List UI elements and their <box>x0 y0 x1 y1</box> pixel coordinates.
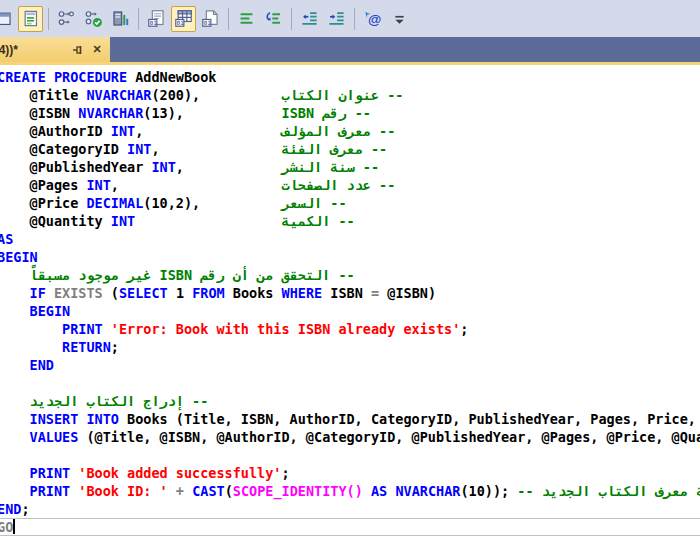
code-line[interactable]: @Pages INT, -- عدد الصفحات <box>0 176 700 194</box>
code-line[interactable]: INSERT INTO Books (Title, ISBN, AuthorID… <box>0 410 700 428</box>
uncomment-lines-button[interactable] <box>261 6 286 32</box>
results-to-text-icon: 01 <box>147 9 166 28</box>
results-to-file-icon: 01 <box>201 9 220 28</box>
code-line[interactable] <box>0 374 700 392</box>
code-line[interactable]: IF EXISTS (SELECT 1 FROM Books WHERE ISB… <box>0 284 700 302</box>
actual-execution-plan-button[interactable] <box>54 6 79 32</box>
svg-text:01: 01 <box>150 20 157 26</box>
document-tab-title: llah (64))* <box>0 43 66 57</box>
sql-editor-toolbar: 010101@ <box>0 0 700 37</box>
svg-text:01: 01 <box>204 20 211 26</box>
code-line[interactable]: @AuthorID INT, -- معرف المؤلف <box>0 122 700 140</box>
client-statistics-button[interactable] <box>108 6 133 32</box>
document-tab[interactable]: llah (64))* ✕ <box>0 37 110 62</box>
template-parameters-icon: @ <box>363 9 382 28</box>
code-line[interactable]: @PublishedYear INT, -- سنة النشر <box>0 158 700 176</box>
text-caret <box>13 519 15 534</box>
intellisense-enabled-button[interactable] <box>18 6 43 32</box>
results-to-file-button[interactable]: 01 <box>198 6 223 32</box>
code-line[interactable] <box>0 446 700 464</box>
toolbar-separator <box>228 8 229 30</box>
code-line[interactable]: VALUES (@Title, @ISBN, @AuthorID, @Categ… <box>0 428 700 446</box>
toolbar-separator <box>291 8 292 30</box>
code-area: CREATE PROCEDURE AddNewBook @Title NVARC… <box>0 68 700 536</box>
overflow-chevron-icon <box>390 9 409 28</box>
svg-text:@: @ <box>368 12 381 27</box>
code-line[interactable]: GO <box>0 518 700 536</box>
comment-lines-button[interactable] <box>234 6 259 32</box>
code-line[interactable]: @Quantity INT -- الكمية <box>0 212 700 230</box>
svg-text:01: 01 <box>177 20 184 26</box>
code-line[interactable]: CREATE PROCEDURE AddNewBook <box>0 68 700 86</box>
window-button[interactable] <box>0 6 16 32</box>
increase-indent-button[interactable] <box>324 6 349 32</box>
code-line[interactable]: @Title NVARCHAR(200), -- عنوان الكتاب <box>0 86 700 104</box>
increase-indent-icon <box>327 9 346 28</box>
code-line[interactable]: PRINT 'Error: Book with this ISBN alread… <box>0 320 700 338</box>
comment-lines-icon <box>237 9 256 28</box>
code-line[interactable]: END; <box>0 500 700 518</box>
toolbar-overflow-button[interactable] <box>387 6 412 32</box>
code-line[interactable]: @CategoryID INT, -- معرف الفئة <box>0 140 700 158</box>
toolbar-separator <box>48 8 49 30</box>
decrease-indent-button[interactable] <box>297 6 322 32</box>
pin-icon[interactable] <box>71 43 85 57</box>
execution-plan-check-icon <box>84 9 103 28</box>
toolbar-separator <box>354 8 355 30</box>
toolbar-separator <box>138 8 139 30</box>
code-line[interactable]: -- التحقق من أن رقم ISBN غير موجود مسبقا… <box>0 266 700 284</box>
code-line[interactable]: -- إدراج الكتاب الجديد <box>0 392 700 410</box>
client-statistics-icon <box>111 9 130 28</box>
code-line[interactable]: BEGIN <box>0 248 700 266</box>
live-query-statistics-button[interactable] <box>81 6 106 32</box>
execution-plan-icon <box>57 9 76 28</box>
results-to-grid-button[interactable]: 01 <box>171 6 196 32</box>
ssms-window: { "toolbar": { "buttons": [ {"name": "wi… <box>0 0 700 550</box>
sql-code-editor[interactable]: CREATE PROCEDURE AddNewBook @Title NVARC… <box>0 65 700 550</box>
code-line[interactable]: BEGIN <box>0 302 700 320</box>
window-icon <box>0 9 13 28</box>
close-icon[interactable]: ✕ <box>90 43 104 57</box>
results-to-grid-icon: 01 <box>174 9 193 28</box>
code-line[interactable]: PRINT 'Book ID: ' + CAST(SCOPE_IDENTITY(… <box>0 482 700 500</box>
uncomment-lines-icon <box>264 9 283 28</box>
code-line[interactable]: END <box>0 356 700 374</box>
template-parameters-button[interactable]: @ <box>360 6 385 32</box>
code-line[interactable]: @ISBN NVARCHAR(13), -- رقم ISBN <box>0 104 700 122</box>
intellisense-icon <box>21 9 40 28</box>
code-line[interactable]: PRINT 'Book added successfully'; <box>0 464 700 482</box>
results-to-text-button[interactable]: 01 <box>144 6 169 32</box>
code-line[interactable]: @Price DECIMAL(10,2), -- السعر <box>0 194 700 212</box>
decrease-indent-icon <box>300 9 319 28</box>
code-line[interactable]: RETURN; <box>0 338 700 356</box>
code-line[interactable]: AS <box>0 230 700 248</box>
document-tab-strip: llah (64))* ✕ <box>0 37 700 62</box>
